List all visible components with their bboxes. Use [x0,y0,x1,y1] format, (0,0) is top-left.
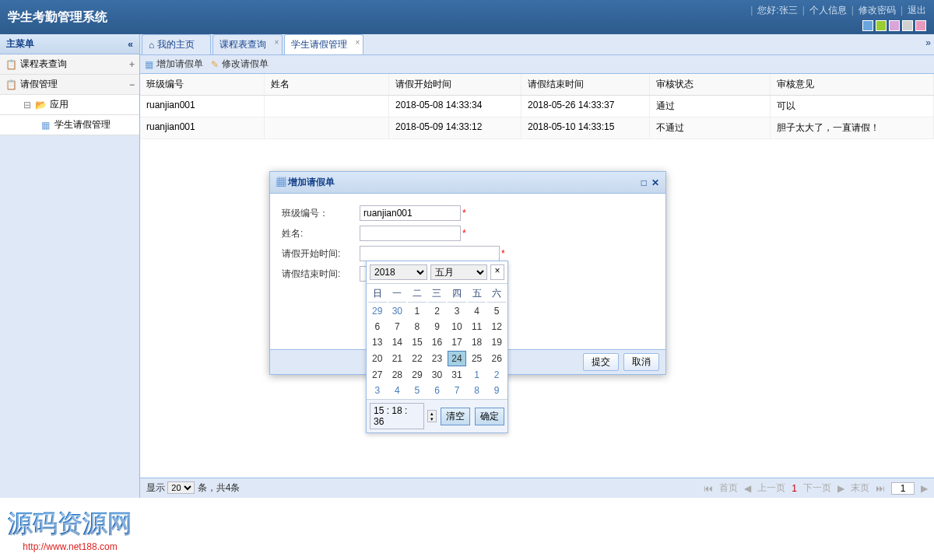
last-page-icon[interactable]: ⏭ [876,483,885,494]
logout-link[interactable]: 退出 [908,4,926,17]
calendar-day[interactable]: 7 [388,320,407,334]
calendar-day[interactable]: 20 [368,351,387,366]
calendar-day[interactable]: 28 [388,368,407,382]
calendar-day[interactable]: 29 [408,368,427,382]
calendar-day[interactable]: 18 [468,335,486,349]
spinner-up-icon[interactable]: ▴ [428,411,436,416]
calendar-day[interactable]: 16 [428,335,447,349]
col-header[interactable]: 请假结束时间 [521,74,650,95]
close-icon[interactable]: ✕ [651,177,659,188]
go-page-icon[interactable]: ▶ [921,483,928,494]
tree-folder-app[interactable]: ⊟ 📂 应用 [0,95,139,115]
calendar-day[interactable]: 6 [428,383,447,397]
calendar-day[interactable]: 30 [428,368,447,382]
month-select[interactable]: 五月 [430,264,488,280]
sidebar-item-leave[interactable]: 📋 请假管理 − [0,75,139,95]
dialog-title-bar[interactable]: ▦ 增加请假单 □ ✕ [270,172,665,194]
minus-icon[interactable]: ⊟ [23,100,31,110]
clear-button[interactable]: 清空 [441,408,470,425]
col-header[interactable]: 班级编号 [140,74,265,95]
calendar-day[interactable]: 24 [448,351,466,366]
year-select[interactable]: 2018 [370,264,427,280]
first-page-icon[interactable]: ⏮ [704,483,713,494]
calendar-day[interactable]: 21 [388,351,407,366]
calendar-day[interactable]: 2 [428,304,447,318]
calendar-day[interactable]: 27 [368,368,387,382]
calendar-day[interactable]: 31 [448,368,466,382]
calendar-day[interactable]: 15 [408,335,427,349]
calendar-day[interactable]: 13 [368,335,387,349]
calendar-day[interactable]: 19 [487,335,506,349]
calendar-day[interactable]: 3 [368,383,387,397]
name-input[interactable] [360,226,461,241]
cancel-button[interactable]: 取消 [623,353,659,371]
ok-button[interactable]: 确定 [475,408,504,425]
calendar-day[interactable]: 17 [448,335,466,349]
tabs-menu-icon[interactable]: » [925,37,931,48]
tree-leaf-leave-mgmt[interactable]: ▦ 学生请假管理 [0,115,139,135]
calendar-day[interactable]: 1 [468,368,486,382]
calendar-day[interactable]: 5 [487,304,506,318]
col-header[interactable]: 审核意见 [771,74,934,95]
calendar-day[interactable]: 22 [408,351,427,366]
table-row[interactable]: ruanjian0012018-05-09 14:33:122018-05-10… [140,117,934,139]
theme-blue[interactable] [862,20,873,31]
col-header[interactable]: 请假开始时间 [389,74,521,95]
calendar-day[interactable]: 8 [408,320,427,334]
calendar-day[interactable]: 4 [388,383,407,397]
prev-page-icon[interactable]: ◀ [744,483,751,494]
calendar-day[interactable]: 23 [428,351,447,366]
calendar-day[interactable]: 3 [448,304,466,318]
col-header[interactable]: 姓名 [265,74,389,95]
calendar-day[interactable]: 26 [487,351,506,366]
submit-button[interactable]: 提交 [583,353,619,371]
calendar-day[interactable]: 1 [408,304,427,318]
calendar-day[interactable]: 9 [428,320,447,334]
calendar-day[interactable]: 2 [487,368,506,382]
calendar-day[interactable]: 25 [468,351,486,366]
start-time-input[interactable] [360,246,500,261]
collapse-icon[interactable]: « [128,39,133,50]
col-header[interactable]: 审核状态 [650,74,771,95]
first-page-button[interactable]: 首页 [719,481,738,495]
expand-icon[interactable]: + [129,59,135,70]
time-spinner[interactable]: ▴▾ [427,410,437,422]
tab-home[interactable]: ⌂ 我的主页 [142,34,211,54]
profile-link[interactable]: 个人信息 [809,4,847,17]
tab-schedule[interactable]: 课程表查询 × [212,34,283,54]
theme-green[interactable] [876,20,887,31]
next-page-icon[interactable]: ▶ [837,483,844,494]
collapse-icon[interactable]: − [129,79,135,90]
close-icon[interactable]: × [355,38,360,47]
calendar-day[interactable]: 12 [487,320,506,334]
calendar-day[interactable]: 10 [448,320,466,334]
datepicker-close-button[interactable]: × [490,264,504,280]
edit-leave-button[interactable]: ✎ 修改请假单 [211,58,269,71]
tab-leave-mgmt[interactable]: 学生请假管理 × [284,34,363,54]
page-input[interactable] [891,482,915,495]
sidebar-item-schedule[interactable]: 📋 课程表查询 + [0,54,139,75]
calendar-day[interactable]: 4 [468,304,486,318]
calendar-day[interactable]: 7 [448,383,466,397]
last-page-button[interactable]: 末页 [851,481,869,495]
add-leave-button[interactable]: ▦ 增加请假单 [145,58,203,71]
calendar-day[interactable]: 30 [388,304,407,318]
theme-gray[interactable] [902,20,913,31]
close-icon[interactable]: × [274,38,279,47]
calendar-day[interactable]: 29 [368,304,387,318]
theme-pink[interactable] [915,20,926,31]
calendar-day[interactable]: 11 [468,320,486,334]
calendar-day[interactable]: 5 [408,383,427,397]
table-row[interactable]: ruanjian0012018-05-08 14:33:342018-05-26… [140,96,934,117]
calendar-day[interactable]: 8 [468,383,486,397]
maximize-icon[interactable]: □ [641,177,647,188]
page-size-select[interactable]: 20 [167,481,195,494]
calendar-day[interactable]: 6 [368,320,387,334]
next-page-button[interactable]: 下一页 [803,481,831,495]
calendar-day[interactable]: 9 [487,383,506,397]
theme-purple[interactable] [889,20,900,31]
calendar-day[interactable]: 14 [388,335,407,349]
password-link[interactable]: 修改密码 [859,4,896,17]
prev-page-button[interactable]: 上一页 [757,481,785,495]
spinner-down-icon[interactable]: ▾ [428,416,436,422]
